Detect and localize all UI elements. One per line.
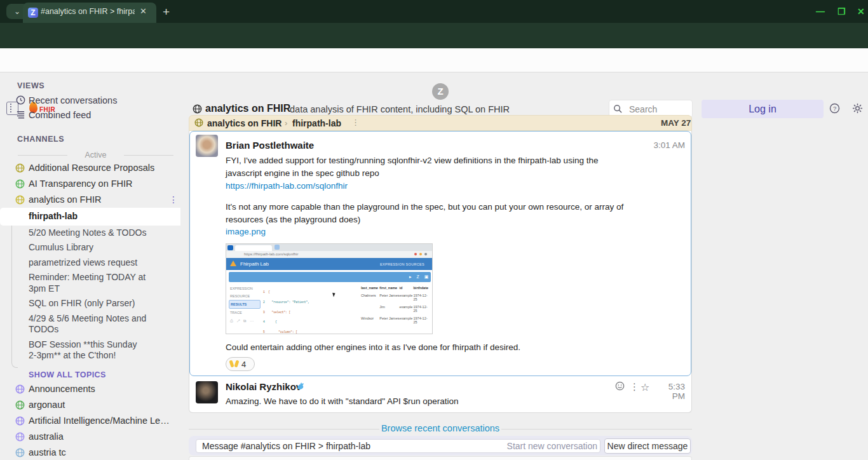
message-text: Amazing. We have to do it with "standard… bbox=[226, 395, 632, 408]
globe-icon bbox=[15, 163, 25, 173]
attachment-link[interactable]: image.png bbox=[226, 227, 266, 236]
recipient-date: MAY 27 bbox=[661, 118, 691, 128]
mini-nav-item-selected: RESULTS bbox=[229, 300, 261, 309]
window-close-button[interactable]: ✕ bbox=[857, 6, 865, 17]
topic-item-fhirpath-lab[interactable]: fhirpath-lab bbox=[0, 208, 180, 226]
mini-tab-chip bbox=[227, 245, 233, 250]
sender-name[interactable]: Brian Postlethwaite bbox=[226, 140, 314, 151]
recipient-topic[interactable]: fhirpath-lab bbox=[292, 118, 341, 128]
mini-newtab bbox=[275, 245, 280, 250]
sidebar-channel-announcements[interactable]: Announcements bbox=[29, 384, 95, 394]
topic-item[interactable]: parametrized views request bbox=[0, 255, 165, 271]
sidebar-item-combined-feed[interactable]: Combined feed bbox=[29, 110, 91, 120]
mini-toolbar-icons: ▸ Z ▣ bbox=[409, 274, 430, 280]
message-paragraph: FYI, I've added support for testing/runn… bbox=[226, 154, 632, 180]
mini-nav-item: EXPRESSION bbox=[229, 285, 261, 292]
recent-conversations-icon bbox=[16, 95, 25, 105]
app-header: FHIR analytics on FHIR data analysis of … bbox=[0, 48, 868, 72]
globe-icon bbox=[15, 416, 25, 426]
topic-item[interactable]: Reminder: Meeting TODAY at 3pm ET bbox=[0, 270, 166, 296]
browser-toolbar: ← → ⟳ chat.fhir.org/#narrow/channel/1792… bbox=[0, 23, 868, 48]
globe-icon bbox=[15, 448, 25, 457]
browser-window: ⌄ Z #analytics on FHIR > fhirpath-lab ✕ … bbox=[0, 0, 868, 460]
zulip-favicon: Z bbox=[28, 8, 38, 18]
avatar[interactable] bbox=[196, 381, 218, 403]
mini-header-right: EXPRESSION SOURCES bbox=[380, 262, 424, 266]
topic-item[interactable]: 5/20 Meeting Notes & TODOs bbox=[0, 226, 165, 241]
mini-icon-dot bbox=[419, 253, 422, 255]
globe-icon bbox=[194, 118, 203, 127]
topic-item[interactable]: 4/29 & 5/6 Meeting Notes and TODOs bbox=[0, 311, 156, 337]
sidebar-channel-australia[interactable]: australia bbox=[29, 431, 64, 442]
message-link[interactable]: https://fhirpath-lab.com/sqlonfhir bbox=[226, 181, 348, 191]
message-actions-kebab-icon[interactable]: ⋮ bbox=[630, 381, 639, 393]
sidebar-channel-ai-transparency[interactable]: AI Transparency on FHIR bbox=[29, 179, 133, 189]
topic-list: fhirpath-lab 5/20 Meeting Notes & TODOs … bbox=[0, 208, 180, 363]
reaction-pill[interactable]: 4 bbox=[226, 357, 255, 371]
globe-icon bbox=[15, 432, 25, 442]
add-reaction-icon[interactable] bbox=[615, 381, 625, 391]
mini-tab bbox=[235, 245, 272, 251]
compose-placeholder: Message #analytics on FHIR > fhirpath-la… bbox=[202, 441, 370, 451]
zulip-loading-logo: Z bbox=[432, 83, 449, 100]
topic-item[interactable]: BOF Session **this Sunday 2-3pm** at the… bbox=[0, 337, 153, 363]
recipient-kebab-icon[interactable]: ⋮ bbox=[351, 118, 360, 127]
tab-close-icon[interactable]: ✕ bbox=[140, 6, 147, 16]
message-timestamp[interactable]: 5:33 PM bbox=[653, 382, 685, 401]
sidebar-channel-argonaut[interactable]: argonaut bbox=[29, 400, 65, 410]
avatar[interactable] bbox=[196, 135, 218, 157]
window-minimize-button[interactable]: — bbox=[816, 6, 825, 17]
help-icon[interactable]: ? bbox=[829, 103, 840, 114]
mini-results-table: last_name first_name id birthdate Chalme… bbox=[361, 286, 431, 328]
tab-title: #analytics on FHIR > fhirpath-lab bbox=[41, 7, 135, 17]
globe-icon bbox=[15, 400, 25, 410]
channel-globe-icon bbox=[193, 104, 202, 114]
mini-toolbar bbox=[229, 272, 431, 282]
mini-nav-item: TRACE bbox=[229, 309, 261, 316]
raised-hands-emoji bbox=[230, 360, 239, 369]
mini-app-title: Fhirpath Lab bbox=[240, 261, 269, 267]
page-title[interactable]: analytics on FHIR bbox=[205, 103, 290, 114]
globe-icon bbox=[15, 384, 25, 394]
mini-icon-dot bbox=[414, 253, 417, 255]
reaction-count: 4 bbox=[241, 360, 246, 369]
mini-url: https://fhirpath-lab.com/sqlonfhir bbox=[244, 252, 298, 256]
flask-icon bbox=[230, 260, 236, 266]
views-section-label: VIEWS bbox=[17, 81, 44, 90]
channels-section-label: CHANNELS bbox=[17, 135, 64, 144]
sidebar-channel-austria-tc[interactable]: austria tc bbox=[29, 447, 66, 457]
message-timestamp[interactable]: 3:01 AM bbox=[653, 140, 685, 150]
active-channels-divider: Active bbox=[18, 151, 173, 159]
chevron-right-icon: › bbox=[285, 118, 287, 128]
window-maximize-button[interactable]: ❐ bbox=[837, 6, 846, 17]
mini-nav-column: EXPRESSION RESOURCE RESULTS TRACE ⎙ ↗ ⧉ … bbox=[229, 285, 261, 323]
combined-feed-icon bbox=[16, 110, 25, 119]
mini-nav-icons: ⎙ ↗ ⧉ ⋯ bbox=[229, 316, 261, 323]
star-message-icon[interactable]: ☆ bbox=[641, 381, 649, 393]
bottom-strip bbox=[189, 456, 692, 460]
message-paragraph: It's not any more capable than the playg… bbox=[226, 201, 632, 226]
channel-description: data analysis of FHIR content, including… bbox=[290, 104, 510, 114]
gear-icon[interactable] bbox=[852, 103, 863, 114]
sender-name[interactable]: Nikolai Ryzhikov bbox=[226, 381, 301, 392]
start-new-conversation-button[interactable]: Start new conversation bbox=[489, 441, 597, 451]
sidebar-channel-ai-ml[interactable]: Artificial Intelligence/Machine Le… bbox=[29, 416, 170, 426]
show-all-topics-link[interactable]: SHOW ALL TOPICS bbox=[29, 370, 106, 379]
message-paragraph: Could entertain adding other engines int… bbox=[226, 341, 632, 354]
recipient-channel[interactable]: analytics on FHIR bbox=[207, 118, 281, 128]
image-preview[interactable]: https://fhirpath-lab.com/sqlonfhir Fhirp… bbox=[226, 243, 433, 334]
sidebar-item-recent-conversations[interactable]: Recent conversations bbox=[29, 95, 117, 105]
channel-kebab-icon[interactable]: ⋮ bbox=[169, 194, 178, 205]
svg-text:?: ? bbox=[833, 105, 836, 112]
browser-tab-strip: ⌄ Z #analytics on FHIR > fhirpath-lab ✕ … bbox=[0, 0, 868, 23]
search-placeholder: Search bbox=[629, 104, 657, 114]
browse-recent-conversations-link[interactable]: Browse recent conversations bbox=[189, 423, 692, 433]
mini-nav-item: RESOURCE bbox=[229, 292, 261, 300]
sidebar-channel-additional-resource-proposals[interactable]: Additional Resource Proposals bbox=[29, 163, 154, 173]
new-direct-message-button[interactable]: New direct message bbox=[604, 438, 691, 454]
new-tab-button[interactable]: + bbox=[163, 5, 170, 19]
sidebar-channel-analytics-on-fhir[interactable]: analytics on FHIR bbox=[29, 194, 101, 205]
login-button[interactable]: Log in bbox=[702, 100, 824, 118]
topic-item[interactable]: Cumulus Library bbox=[0, 240, 165, 255]
topic-item[interactable]: SQL on FHIR (only Parser) bbox=[0, 296, 165, 311]
